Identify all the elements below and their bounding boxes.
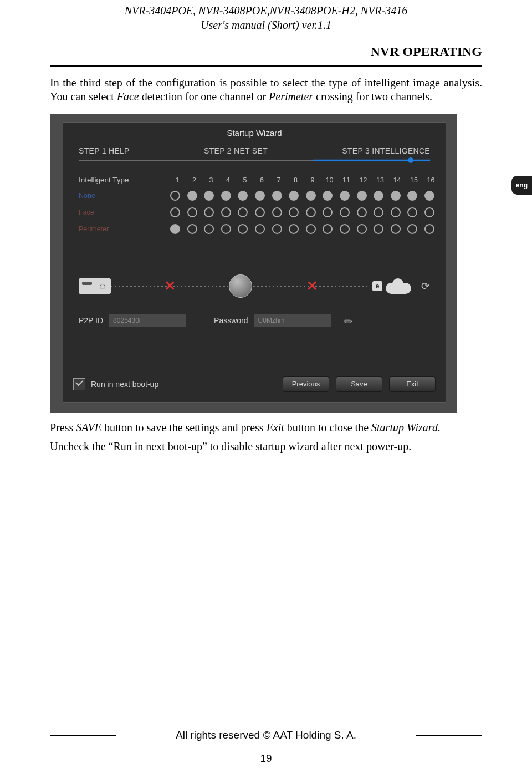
page-number: 19 <box>50 752 482 765</box>
ch-2: 2 <box>190 176 199 184</box>
radio-perim-2[interactable] <box>187 224 197 234</box>
nvr-device-icon <box>79 278 111 294</box>
radio-face-12[interactable] <box>357 207 367 217</box>
ch-6: 6 <box>258 176 267 184</box>
radio-none-4[interactable] <box>221 191 231 201</box>
disconnect-icon-1 <box>164 280 175 291</box>
section-title: NVR OPERATING <box>50 32 482 65</box>
ch-11: 11 <box>342 176 351 184</box>
header-manual-line: User's manual (Short) ver.1.1 <box>50 18 482 32</box>
ch-13: 13 <box>376 176 385 184</box>
radio-none-15[interactable] <box>407 191 417 201</box>
disconnect-icon-2 <box>306 280 318 291</box>
row-perimeter: Perimeter <box>63 221 446 237</box>
radio-face-6[interactable] <box>255 207 265 217</box>
section-divider <box>50 65 482 68</box>
previous-button[interactable]: Previous <box>283 376 329 392</box>
radio-face-10[interactable] <box>323 207 332 217</box>
radio-perim-8[interactable] <box>289 224 299 234</box>
ch-4: 4 <box>224 176 233 184</box>
p2p-id-label: P2P ID <box>79 316 103 325</box>
wizard-title: Startup Wizard <box>63 123 446 146</box>
radio-none-10[interactable] <box>323 191 332 201</box>
radio-none-6[interactable] <box>255 191 265 201</box>
step-3-label: STEP 3 INTELLIGENCE <box>342 146 430 155</box>
radio-perim-4[interactable] <box>221 224 231 234</box>
ch-12: 12 <box>359 176 368 184</box>
row-face-label: Face <box>79 208 170 216</box>
radio-none-9[interactable] <box>306 191 316 201</box>
password-label: Password <box>214 316 248 325</box>
ch-10: 10 <box>325 176 334 184</box>
refresh-icon[interactable]: ⟳ <box>419 280 431 292</box>
conn-line-2 <box>253 286 370 287</box>
edit-icon[interactable]: ✎ <box>341 313 356 328</box>
ch-15: 15 <box>410 176 418 184</box>
radio-face-2[interactable] <box>187 207 197 217</box>
radio-perim-10[interactable] <box>323 224 332 234</box>
radio-perim-6[interactable] <box>255 224 265 234</box>
p2p-id-field[interactable]: 8025430i <box>109 314 186 327</box>
row-none-label: None <box>79 192 170 200</box>
radio-none-8[interactable] <box>289 191 299 201</box>
radio-face-5[interactable] <box>238 207 248 217</box>
radio-none-1[interactable] <box>170 191 180 201</box>
radio-perim-3[interactable] <box>204 224 214 234</box>
row-face: Face <box>63 204 446 221</box>
radio-face-9[interactable] <box>306 207 316 217</box>
radio-none-7[interactable] <box>272 191 282 201</box>
radio-face-15[interactable] <box>407 207 417 217</box>
radio-face-8[interactable] <box>289 207 299 217</box>
radio-none-5[interactable] <box>238 191 248 201</box>
row-none: None <box>63 187 446 204</box>
step-progress <box>63 155 446 161</box>
step-2-label: STEP 2 NET SET <box>204 146 268 155</box>
wizard-panel: Startup Wizard STEP 1 HELP STEP 2 NET SE… <box>63 122 446 403</box>
ch-16: 16 <box>427 176 436 184</box>
ch-9: 9 <box>308 176 317 184</box>
radio-face-4[interactable] <box>221 207 231 217</box>
radio-perim-1[interactable] <box>170 224 180 234</box>
radio-none-3[interactable] <box>204 191 214 201</box>
radio-none-12[interactable] <box>357 191 367 201</box>
save-button[interactable]: Save <box>336 376 382 392</box>
cloud-icon <box>386 278 411 294</box>
radio-none-11[interactable] <box>340 191 350 201</box>
radio-perim-15[interactable] <box>407 224 417 234</box>
radio-face-3[interactable] <box>204 207 214 217</box>
radio-face-16[interactable] <box>424 207 434 217</box>
conn-line-1 <box>111 286 228 287</box>
wizard-screenshot: Startup Wizard STEP 1 HELP STEP 2 NET SE… <box>50 114 457 413</box>
ch-14: 14 <box>393 176 402 184</box>
language-tab[interactable]: eng <box>511 176 532 195</box>
password-field[interactable]: U0Mzhm <box>254 314 331 327</box>
after-paragraph-1: Press SAVE button to save the settings a… <box>50 420 482 435</box>
radio-perim-5[interactable] <box>238 224 248 234</box>
radio-perim-7[interactable] <box>272 224 282 234</box>
radio-none-2[interactable] <box>187 191 197 201</box>
step-1-label: STEP 1 HELP <box>79 146 130 155</box>
radio-none-16[interactable] <box>424 191 434 201</box>
ch-1: 1 <box>173 176 182 184</box>
radio-face-13[interactable] <box>374 207 383 217</box>
radio-face-1[interactable] <box>170 207 180 217</box>
ch-5: 5 <box>241 176 249 184</box>
radio-face-11[interactable] <box>340 207 350 217</box>
ch-7: 7 <box>274 176 283 184</box>
after-paragraph-2: Uncheck the “Run in next boot-up” to dis… <box>50 439 482 454</box>
radio-perim-11[interactable] <box>340 224 350 234</box>
footer-rule-left <box>50 735 116 736</box>
globe-icon <box>229 274 252 298</box>
radio-face-7[interactable] <box>272 207 282 217</box>
radio-perim-14[interactable] <box>391 224 401 234</box>
radio-perim-9[interactable] <box>306 224 316 234</box>
radio-perim-12[interactable] <box>357 224 367 234</box>
radio-perim-13[interactable] <box>374 224 383 234</box>
radio-none-13[interactable] <box>374 191 383 201</box>
radio-face-14[interactable] <box>391 207 401 217</box>
radio-none-14[interactable] <box>391 191 401 201</box>
exit-button[interactable]: Exit <box>389 376 436 392</box>
run-next-boot-label: Run in next boot-up <box>91 380 276 389</box>
run-next-boot-checkbox[interactable] <box>73 378 85 390</box>
radio-perim-16[interactable] <box>424 224 434 234</box>
